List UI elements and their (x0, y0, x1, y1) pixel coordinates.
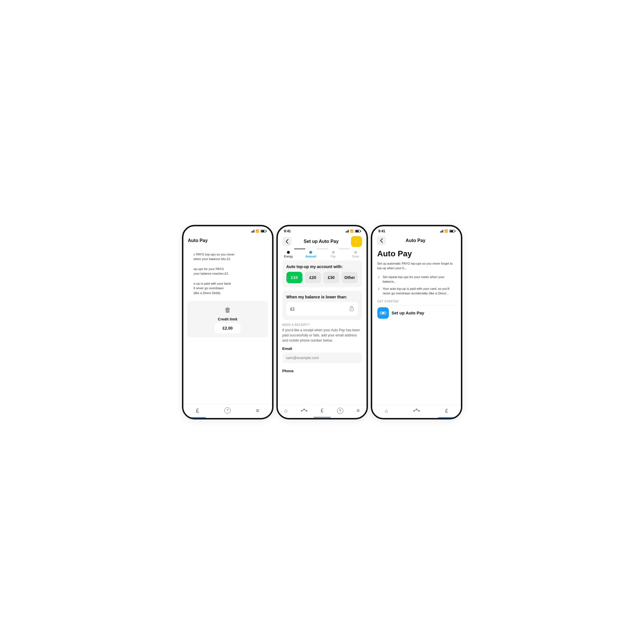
step-label-energy: Energy (284, 255, 293, 258)
check-item-1: ✓ Set repeat top-ups for your meter when… (377, 275, 456, 284)
bottom-nav-menu-center[interactable]: ≡ (356, 408, 360, 414)
pound-icon: £ (196, 407, 199, 414)
bottom-nav-account[interactable]: £ (196, 407, 199, 414)
step-label-done: Done (352, 255, 359, 258)
balance-trigger-card: When my balance is lower than: £2 (282, 291, 362, 320)
credit-limit-value: £2.00 (215, 323, 241, 333)
active-bar-right (438, 417, 455, 418)
bottom-nav-help-center[interactable]: ? (337, 408, 343, 414)
bottom-nav-account-center[interactable]: £ (321, 408, 324, 414)
step-dot-energy (287, 251, 290, 254)
amount-btn-20[interactable]: £20 (305, 272, 321, 283)
bottom-nav-home-right[interactable]: ⌂ (385, 408, 388, 414)
back-button-center[interactable] (282, 237, 292, 246)
lock-icon (349, 306, 354, 312)
get-started-label: GET STARTED (377, 300, 456, 303)
bottom-nav-left: £ ? ≡ (183, 404, 272, 418)
amount-btn-other[interactable]: Other (342, 272, 358, 283)
bottom-nav-usage-right[interactable] (413, 409, 420, 413)
pound-icon-center: £ (321, 408, 324, 414)
check-item-2: ✓ Your auto top-up is paid with your car… (377, 286, 456, 296)
auto-topup-card: Auto top-up my account with: £10 £20 £30… (282, 260, 362, 287)
menu-icon: ≡ (256, 407, 259, 414)
credit-limit-label: Credit limit (218, 317, 237, 321)
back-arrow-icon (286, 239, 288, 244)
left-description-3: o-up is paid with your bankll never go o… (189, 280, 267, 297)
time-center: 9:41 (284, 229, 291, 233)
receipt-section-label: NEED A RECEIPT? (282, 323, 362, 326)
infinity-icon (377, 307, 389, 319)
bottom-nav-center: ⌂ £ ? ≡ (278, 405, 366, 418)
wifi-icon-center: 📶 (350, 229, 353, 233)
home-icon: ⌂ (284, 408, 288, 414)
divider (377, 305, 456, 306)
phone-label: Phone (282, 369, 362, 373)
bolt-icon: ⚡ (353, 238, 360, 245)
time-right: 9:41 (379, 229, 385, 233)
amount-btn-30[interactable]: £30 (323, 272, 340, 283)
left-description: c PAYG top-ups so you neverwhen your bal… (189, 250, 267, 263)
amount-btn-10[interactable]: £10 (286, 272, 303, 283)
nav-title-right: Auto Pay (406, 238, 425, 243)
back-arrow-icon-right (380, 238, 383, 243)
svg-point-3 (304, 409, 305, 410)
setup-btn-label: Set up Auto Pay (392, 310, 424, 315)
wifi-icon: 📶 (255, 229, 259, 233)
step-amount: Amount (305, 251, 316, 258)
amount-options: £10 £20 £30 Other (286, 272, 358, 283)
svg-point-6 (416, 409, 417, 410)
back-button-right[interactable] (377, 236, 386, 245)
signal-icon-center (346, 230, 349, 233)
step-label-amount: Amount (305, 255, 316, 258)
checkmark-icon-2: ✓ (377, 287, 381, 291)
email-group: Email (282, 346, 362, 363)
receipt-section: NEED A RECEIPT? If you'd like a receipt … (282, 323, 362, 343)
canvas: 📶 Auto Pay c PAYG top-ups so you neverwh… (161, 161, 483, 483)
action-button-center[interactable]: ⚡ (351, 236, 362, 247)
active-bar-center (314, 417, 331, 418)
nav-title-left: Auto Pay (188, 238, 208, 243)
check-text-2: Your auto top-up is paid with your card,… (383, 286, 456, 296)
svg-point-2 (301, 410, 302, 411)
home-icon-right: ⌂ (385, 408, 388, 414)
bottom-nav-right: ⌂ £ (372, 405, 461, 418)
email-input[interactable] (282, 352, 362, 363)
auto-pay-heading: Auto Pay (377, 249, 456, 258)
step-dot-pay (332, 251, 335, 254)
setup-auto-pay-button[interactable]: Set up Auto Pay (377, 307, 456, 319)
phone-left: 📶 Auto Pay c PAYG top-ups so you neverwh… (182, 225, 274, 419)
svg-point-1 (351, 309, 352, 310)
bottom-nav-usage[interactable] (301, 409, 307, 413)
step-label-pay: Pay (331, 255, 336, 258)
signal-icon-right (440, 230, 443, 233)
status-bar-left: 📶 (183, 226, 272, 234)
nav-header-right: Auto Pay (372, 234, 461, 247)
help-icon-center: ? (337, 408, 343, 414)
bottom-nav-home[interactable]: ⌂ (284, 408, 288, 414)
balance-trigger-title: When my balance is lower than: (286, 295, 358, 299)
status-bar-center: 9:41 📶 (278, 226, 366, 234)
checkmark-icon-1: ✓ (377, 275, 381, 279)
step-line-2 (316, 249, 328, 249)
credit-limit-card: 🗑 Credit limit £2.00 (187, 301, 268, 337)
receipt-description: If you'd like a receipt when your Auto P… (282, 328, 362, 343)
center-content: Auto top-up my account with: £10 £20 £30… (278, 258, 366, 405)
signal-icon (251, 230, 254, 233)
battery-icon (261, 230, 266, 233)
check-text-1: Set repeat top-ups for your meter when y… (383, 275, 456, 284)
balance-input-row: £2 (286, 302, 358, 316)
left-content: c PAYG top-ups so you neverwhen your bal… (183, 247, 272, 404)
bottom-nav-account-right[interactable]: £ (445, 408, 448, 414)
bottom-nav-help[interactable]: ? (224, 407, 231, 414)
balance-value: £2 (290, 307, 295, 311)
usage-icon (301, 409, 307, 413)
nav-title-center: Set up Auto Pay (304, 239, 338, 244)
bottom-nav-menu[interactable]: ≡ (256, 407, 259, 414)
battery-icon-center (355, 230, 360, 233)
step-line-3 (339, 249, 350, 249)
step-pay: Pay (328, 251, 339, 258)
wifi-icon-right: 📶 (444, 229, 448, 233)
trash-icon[interactable]: 🗑 (223, 305, 233, 315)
step-dot-done (354, 251, 357, 254)
menu-icon-center: ≡ (356, 408, 360, 414)
